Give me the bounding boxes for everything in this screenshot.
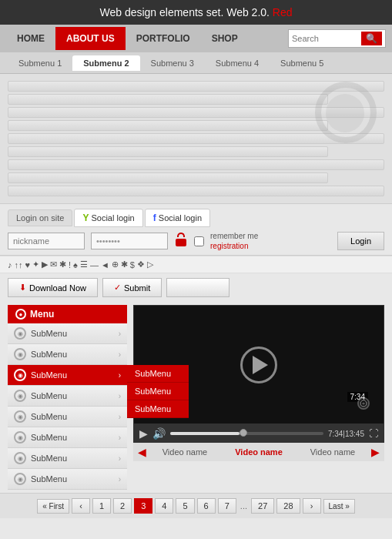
page-3[interactable]: 3 — [134, 498, 152, 514]
nav-home[interactable]: HOME — [6, 27, 55, 50]
video-prev-button[interactable]: ◀ — [138, 446, 146, 458]
page-7[interactable]: 7 — [218, 498, 236, 514]
login-section: Login on site Y Social login f Social lo… — [0, 203, 392, 256]
icon-play[interactable]: ▶ — [42, 259, 48, 270]
dropdown-item-1[interactable]: SubMenu — [127, 383, 189, 400]
video-thumb-2[interactable]: Video name — [297, 447, 368, 457]
last-button[interactable]: Last » — [323, 499, 355, 514]
submenu-item-4[interactable]: Submenu 4 — [205, 55, 270, 71]
icon-diamond[interactable]: ❖ — [137, 259, 145, 270]
sidebar-item-1[interactable]: ◉ SubMenu › — [8, 344, 127, 365]
icon-toolbar: ♪ ↑↑ ♥ ✦ ▶ ✉ ✱ ! ♠ ☰ — ◄ ⊕ ✱ $ ❖ ▷ — [0, 256, 392, 273]
sidebar-label-2: SubMenu — [31, 370, 67, 380]
submit-button[interactable]: ✓ Submit — [102, 278, 162, 297]
progress-fill — [170, 432, 240, 435]
login-tab-site[interactable]: Login on site — [8, 209, 72, 226]
password-input[interactable] — [91, 233, 168, 249]
sidebar-label-4: SubMenu — [31, 412, 67, 421]
registration-link[interactable]: registration — [210, 242, 258, 250]
login-button[interactable]: Login — [337, 232, 384, 250]
login-tab-facebook[interactable]: f Social login — [145, 209, 210, 227]
search-button[interactable]: 🔍 — [361, 32, 382, 45]
chevron-icon-3: › — [119, 392, 121, 400]
strip-1 — [8, 81, 384, 92]
dropdown-item-0[interactable]: SubMenu — [127, 365, 189, 383]
download-label: Download Now — [29, 283, 86, 293]
sidebar-icon-7: ◉ — [14, 473, 26, 485]
submenu-item-3[interactable]: Submenu 3 — [140, 55, 205, 71]
icon-star[interactable]: ✦ — [32, 259, 39, 270]
next-button[interactable]: › — [303, 498, 321, 514]
icon-arrow-right[interactable]: ▷ — [147, 259, 153, 270]
page-1[interactable]: 1 — [92, 498, 111, 514]
nav-portfolio[interactable]: PORTFOLIO — [126, 27, 201, 50]
fullscreen-button[interactable]: ⛶ — [369, 428, 378, 439]
icon-persons[interactable]: ☰ — [80, 259, 88, 270]
icon-exclaim[interactable]: ! — [69, 260, 71, 270]
video-next-button[interactable]: ▶ — [371, 446, 380, 458]
sidebar-item-6[interactable]: ◉ SubMenu › — [8, 448, 127, 469]
chevron-icon-6: › — [119, 454, 121, 463]
video-thumb-1[interactable]: Video name — [223, 447, 294, 457]
sidebar-item-5[interactable]: ◉ SubMenu › — [8, 427, 127, 448]
icon-dollar[interactable]: $ — [130, 260, 135, 270]
icon-music[interactable]: ♪ — [8, 260, 12, 270]
nav-about[interactable]: ABOUT US — [55, 27, 126, 50]
icon-add-circle[interactable]: ⊕ — [112, 259, 119, 270]
search-input[interactable] — [292, 34, 361, 43]
empty-button[interactable] — [166, 278, 230, 297]
icon-mail[interactable]: ✉ — [50, 259, 57, 270]
sidebar-item-2[interactable]: ◉ SubMenu › SubMenu SubMenu SubMenu — [8, 365, 127, 386]
sidebar-icon-1: ◉ — [14, 348, 26, 360]
first-button[interactable]: « First — [37, 499, 69, 514]
sidebar-item-4[interactable]: ◉ SubMenu › — [8, 407, 127, 427]
nickname-input[interactable] — [8, 233, 85, 249]
sidebar-icon-2: ◉ — [14, 369, 26, 381]
login-tab-yahoo[interactable]: Y Social login — [74, 209, 142, 227]
prev-button[interactable]: ‹ — [72, 498, 90, 514]
nav-shop[interactable]: SHOP — [201, 27, 249, 50]
icon-person[interactable]: ♠ — [73, 260, 78, 270]
play-ctrl-button[interactable]: ▶ — [139, 427, 148, 440]
lock-shackle — [177, 233, 185, 237]
sidebar-icon-4: ◉ — [14, 410, 26, 423]
sidebar-label-6: SubMenu — [31, 454, 67, 463]
page-5[interactable]: 5 — [176, 498, 194, 514]
strip-3 — [8, 107, 384, 118]
submenu-item-2[interactable]: Submenu 2 — [72, 55, 139, 71]
icon-eye-off[interactable]: ◄ — [101, 260, 109, 270]
volume-button[interactable]: 🔊 — [152, 427, 166, 440]
submit-label: Submit — [124, 283, 150, 293]
page-6[interactable]: 6 — [197, 498, 216, 514]
submenu-item-5[interactable]: Submenu 5 — [270, 55, 334, 71]
icon-minus[interactable]: — — [90, 260, 99, 270]
icon-asterisk[interactable]: ✱ — [121, 259, 128, 270]
page-27[interactable]: 27 — [251, 498, 274, 514]
submenu-item-1[interactable]: Submenu 1 — [8, 55, 72, 71]
strip-2 — [8, 94, 328, 105]
sidebar-label-5: SubMenu — [31, 433, 67, 442]
play-button[interactable] — [240, 346, 277, 383]
sidebar-item-3[interactable]: ◉ SubMenu › — [8, 386, 127, 407]
page-4[interactable]: 4 — [155, 498, 173, 514]
icon-globe[interactable]: ✱ — [59, 259, 66, 270]
sidebar-item-7[interactable]: ◉ SubMenu › — [8, 469, 127, 490]
download-button[interactable]: ⬇ Download Now — [8, 278, 98, 297]
pagination: « First ‹ 1 2 3 4 5 6 7 ... 27 28 › Last… — [0, 493, 392, 518]
sidebar-header: ● Menu — [8, 305, 127, 323]
check-icon: ✓ — [114, 283, 121, 293]
icon-chart[interactable]: ↑↑ — [15, 260, 23, 270]
remember-checkbox[interactable] — [194, 236, 204, 246]
dropdown-item-2[interactable]: SubMenu — [127, 400, 189, 418]
page-28[interactable]: 28 — [276, 498, 300, 514]
remember-section: remember me registration — [210, 232, 258, 250]
strip-9 — [8, 186, 384, 196]
video-thumb-0[interactable]: Video name — [149, 447, 220, 457]
chevron-icon-4: › — [119, 413, 121, 421]
page-2[interactable]: 2 — [113, 498, 132, 514]
sidebar-item-0[interactable]: ◉ SubMenu › — [8, 323, 127, 344]
progress-bar[interactable] — [170, 432, 323, 435]
chevron-icon-7: › — [119, 475, 121, 484]
lock-icon — [174, 233, 188, 249]
icon-heart[interactable]: ♥ — [25, 260, 31, 270]
